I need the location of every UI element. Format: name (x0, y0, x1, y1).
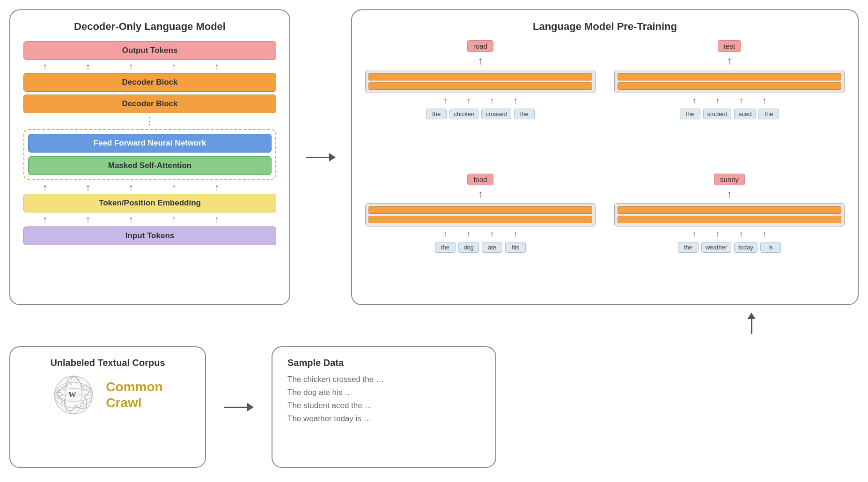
arrow-up-e3: ↑ (128, 214, 133, 224)
pt-example-chicken: road ↑ ↑ ↑ ↑ ↑ the (365, 40, 596, 161)
common-crawl-logo: Common Crawl (106, 379, 162, 410)
up-arr-s1: ↑ (684, 96, 705, 106)
dashed-sublayer-box: Feed Forward Neural Network Masked Self-… (23, 129, 276, 180)
arrow-to-road: ↑ (478, 55, 483, 67)
vertical-arrow-container (9, 313, 859, 334)
pt-bar-1 (368, 73, 592, 80)
arrow-up-2: ↑ (86, 62, 90, 71)
vert-arrowhead (747, 313, 756, 319)
up-arr-1: ↑ (435, 96, 456, 106)
arrow-up-e4: ↑ (171, 214, 176, 224)
arrow-head (329, 153, 336, 161)
arrows-to-dashed: ↑ ↑ ↑ ↑ ↑ (23, 182, 238, 193)
arrow-up-d3: ↑ (128, 183, 133, 192)
horiz-arrow-bottom (224, 403, 254, 411)
up-arr-w3: ↑ (731, 229, 751, 239)
vert-line (751, 319, 752, 334)
up-arr-d1: ↑ (435, 229, 456, 239)
pt-bars-student (614, 70, 845, 93)
arrow-to-test: ↑ (727, 55, 732, 67)
token-aced: aced (734, 109, 756, 119)
sample-item-4: The weather today is … (287, 414, 480, 424)
corpus-to-sample-arrow (220, 403, 257, 411)
pt-target-sunny: sunny (714, 174, 745, 185)
up-arr-w2: ↑ (707, 229, 728, 239)
pt-bars-chicken (365, 70, 596, 93)
pretraining-box: Language Model Pre-Training road ↑ ↑ ↑ (351, 9, 859, 305)
pt-bars-weather (614, 203, 845, 226)
arrow-line-bottom (224, 407, 247, 408)
pt-bar-s1 (618, 73, 841, 80)
arrow-up-3: ↑ (128, 62, 133, 71)
pt-up-arrows-dog: ↑ ↑ ↑ ↑ (435, 229, 526, 239)
token-is: is (760, 242, 781, 253)
common-crawl-text: Common Crawl (106, 379, 162, 410)
bottom-row: Unlabeled Textual Corpus W (9, 342, 859, 473)
up-arr-s4: ↑ (754, 96, 775, 106)
up-arr-w1: ↑ (684, 229, 705, 239)
pt-tokens-dog: the dog ate his (435, 242, 526, 253)
pt-up-arrows-weather: ↑ ↑ ↑ ↑ (684, 229, 775, 239)
token-the-d1: the (435, 242, 456, 253)
output-tokens-layer: Output Tokens (23, 41, 276, 60)
token-dog: dog (458, 242, 479, 253)
pt-target-road: road (467, 40, 493, 52)
main-container: Decoder-Only Language Model Output Token… (0, 0, 868, 482)
ffnn-layer: Feed Forward Neural Network (28, 134, 272, 153)
sample-box: Sample Data The chicken crossed the … Th… (272, 346, 496, 468)
pt-target-test: test (718, 40, 741, 52)
wikipedia-globe-icon: W Ω 維 И (52, 374, 95, 416)
embedding-layer: Token/Position Embedding (23, 194, 276, 212)
token-the-2: the (514, 109, 535, 119)
sample-item-3: The student aced the … (287, 401, 480, 410)
svg-text:Ω: Ω (58, 390, 60, 394)
arrow-head-bottom (247, 403, 254, 411)
arrow-up-d2: ↑ (86, 183, 90, 192)
svg-text:維: 維 (60, 400, 63, 403)
vert-arrow-up (747, 313, 756, 334)
pt-bars-dog (365, 203, 596, 226)
decoder-box: Decoder-Only Language Model Output Token… (9, 9, 290, 305)
input-tokens-layer: Input Tokens (23, 226, 276, 245)
token-ate: ate (482, 242, 502, 253)
pretraining-box-title: Language Model Pre-Training (365, 21, 845, 33)
token-the-w1: the (678, 242, 699, 253)
arrow-up-e5: ↑ (214, 214, 219, 224)
pt-tokens-student: the student aced the (680, 109, 780, 119)
token-chicken: chicken (449, 109, 478, 119)
token-weather: weather (701, 242, 731, 253)
pt-bar-s2 (618, 82, 841, 90)
decoder-to-pretraining-arrow (304, 9, 337, 305)
dots-row: ⋮ (23, 115, 276, 126)
arrow-up-d5: ↑ (214, 183, 219, 192)
sample-item-2: The dog ate his … (287, 388, 480, 397)
arrow-up-1: ↑ (43, 62, 47, 71)
token-crossed: crossed (481, 109, 511, 119)
pt-tokens-chicken: the chicken crossed the (426, 109, 535, 119)
corpus-box-title: Unlabeled Textual Corpus (50, 358, 165, 368)
arrow-line (306, 157, 329, 158)
up-arr-3: ↑ (482, 96, 502, 106)
up-arr-w4: ↑ (754, 229, 775, 239)
pt-bar-2 (368, 82, 592, 90)
pt-bar-w2 (618, 216, 841, 223)
pt-up-arrows-chicken: ↑ ↑ ↑ ↑ (435, 96, 526, 106)
up-arr-d2: ↑ (458, 229, 479, 239)
pt-example-dog: food ↑ ↑ ↑ ↑ ↑ the (365, 174, 596, 294)
pretraining-grid: road ↑ ↑ ↑ ↑ ↑ the (365, 40, 845, 294)
decoder-box-title: Decoder-Only Language Model (23, 21, 276, 33)
decoder-block-1: Decoder Block (23, 73, 276, 92)
pt-tokens-weather: the weather today is (678, 242, 781, 253)
pt-example-student: test ↑ ↑ ↑ ↑ ↑ the (614, 40, 845, 161)
arrow-up-e2: ↑ (86, 214, 90, 224)
up-arr-s3: ↑ (731, 96, 751, 106)
arrow-up-d4: ↑ (171, 183, 176, 192)
up-arr-2: ↑ (458, 96, 479, 106)
sample-item-1: The chicken crossed the … (287, 375, 480, 384)
pt-bar-w1 (618, 206, 841, 214)
svg-text:И: И (82, 402, 84, 405)
token-today: today (734, 242, 758, 253)
arrows-to-output: ↑ ↑ ↑ ↑ ↑ (23, 61, 238, 72)
up-arr-s2: ↑ (707, 96, 728, 106)
arrow-to-sunny: ↑ (727, 188, 732, 200)
